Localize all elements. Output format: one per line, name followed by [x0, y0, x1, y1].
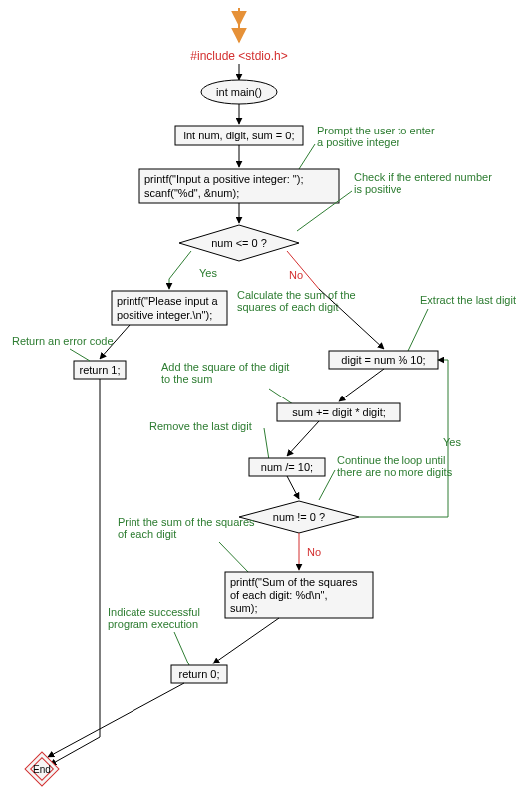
flowchart-diagram: #include <stdio.h> int main() int num, d…	[0, 0, 532, 795]
ps-l3: sum);	[230, 602, 258, 614]
main-label: int main()	[216, 86, 262, 98]
sum-label: sum += digit * digit;	[292, 406, 386, 418]
comment-cont: Continue the loop until there are no mor…	[337, 454, 453, 478]
comment-line	[174, 632, 189, 665]
end-label: End	[33, 764, 51, 775]
return0-label: return 0;	[179, 668, 220, 680]
comment-print: Print the sum of the squares of each dig…	[118, 516, 258, 540]
comment-line	[299, 144, 315, 169]
edge	[213, 618, 279, 663]
edge-return0-end	[48, 683, 184, 757]
declare-label: int num, digit, sum = 0;	[184, 130, 295, 141]
edge	[287, 421, 319, 456]
yes2-label: Yes	[443, 436, 461, 448]
numdiv-label: num /= 10;	[261, 461, 313, 473]
return1-label: return 1;	[80, 364, 121, 376]
ps-l2: of each digit: %d\n",	[230, 589, 327, 601]
please-l2: positive integer.\n");	[117, 309, 212, 321]
ps-l1: printf("Sum of the squares	[230, 576, 358, 588]
include-text: #include <stdio.h>	[190, 49, 287, 63]
comment-addsq: Add the square of the digit to the sum	[161, 361, 293, 385]
edge	[339, 369, 384, 401]
comment-line	[219, 542, 249, 573]
comment-line	[408, 309, 428, 351]
comment-remove: Remove the last digit	[149, 420, 252, 432]
comment-line	[264, 428, 269, 460]
edge-yes1	[169, 251, 191, 289]
comment-extract: Extract the last digit	[420, 294, 516, 306]
comment-line	[70, 349, 90, 361]
edge-yes2	[359, 360, 448, 517]
comment-success: Indicate successful program execution	[108, 606, 203, 630]
cond1-label: num <= 0 ?	[211, 237, 267, 249]
edge-return1-end	[50, 379, 100, 765]
comment-returnerr: Return an error code	[12, 335, 114, 347]
no1-label: No	[289, 269, 303, 281]
comment-prompt: Prompt the user to enter a positive inte…	[317, 125, 438, 148]
yes1-label: Yes	[199, 267, 217, 279]
comment-check: Check if the entered number is positive	[354, 171, 495, 195]
please-l1: printf("Please input a	[117, 295, 219, 307]
edge	[287, 476, 299, 499]
cond2-label: num != 0 ?	[273, 511, 325, 523]
input-label-2: scanf("%d", &num);	[144, 187, 239, 199]
no2-label: No	[307, 546, 321, 558]
input-label-1: printf("Input a positive integer: ");	[144, 173, 303, 185]
digit-label: digit = num % 10;	[341, 354, 425, 366]
